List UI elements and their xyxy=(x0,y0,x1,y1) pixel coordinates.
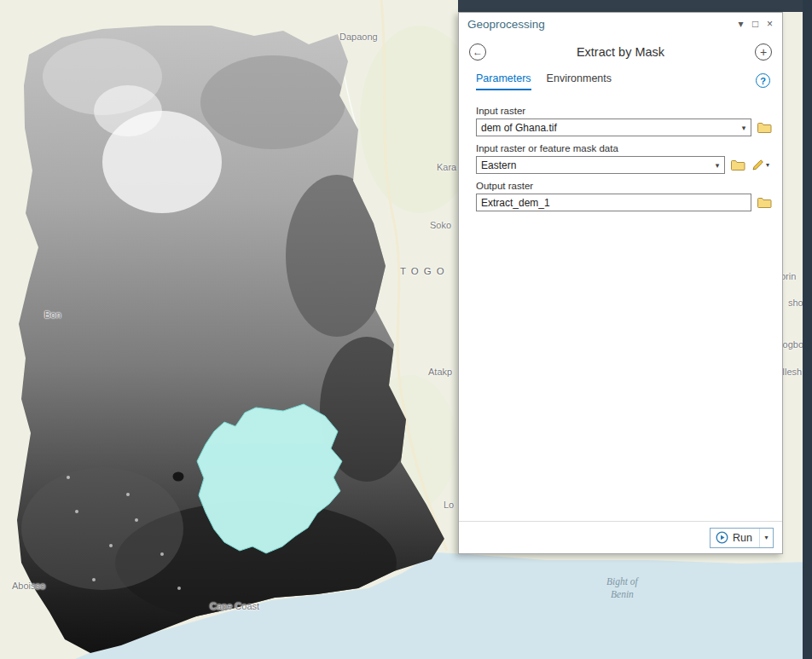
tool-header: ← Extract by Mask + xyxy=(459,35,782,64)
back-icon: ← xyxy=(473,46,483,58)
output-raster-value: Extract_dem_1 xyxy=(477,197,751,209)
map-label-bight-of-benin-1: Bight of xyxy=(606,576,638,587)
pane-menu-icon[interactable]: ▾ xyxy=(734,17,748,32)
pane-close-icon[interactable]: × xyxy=(763,17,777,32)
tab-parameters[interactable]: Parameters xyxy=(476,72,531,90)
add-to-model-button[interactable]: + xyxy=(755,43,772,61)
input-raster-browse-button[interactable] xyxy=(757,122,772,133)
folder-icon xyxy=(731,159,745,171)
folder-icon xyxy=(757,122,772,133)
run-options-button[interactable]: ▾ xyxy=(759,529,773,547)
panel-header: Geoprocessing ▾ □ × xyxy=(459,13,782,35)
output-raster-browse-button[interactable] xyxy=(757,197,772,208)
mask-data-label: Input raster or feature mask data xyxy=(476,143,772,153)
geoprocessing-panel: Geoprocessing ▾ □ × ← Extract by Mask + … xyxy=(458,12,783,554)
map-label-lome: Lo xyxy=(444,500,454,510)
chevron-down-icon[interactable]: ▾ xyxy=(710,161,724,170)
help-icon: ? xyxy=(760,76,766,86)
map-label-kara: Kara xyxy=(437,162,456,172)
small-lake-dot xyxy=(173,472,184,482)
output-raster-label: Output raster xyxy=(476,181,772,191)
parameters-form: Input raster dem of Ghana.tif ▾ Input ra… xyxy=(459,90,782,211)
map-label-dapaong: Dapaong xyxy=(339,32,378,42)
run-button[interactable]: Run xyxy=(710,529,759,547)
folder-icon xyxy=(757,197,772,208)
mask-data-browse-button[interactable] xyxy=(731,159,745,171)
map-label-ilesha: Ilesh xyxy=(782,367,802,377)
plus-icon: + xyxy=(760,45,767,59)
docked-pane-strip-top xyxy=(458,0,803,12)
tool-title: Extract by Mask xyxy=(486,45,755,59)
chevron-down-icon: ▾ xyxy=(764,534,768,541)
map-label-atakpame: Atakp xyxy=(428,367,452,377)
mask-data-combobox[interactable]: Eastern ▾ xyxy=(476,156,725,174)
input-raster-value: dem of Ghana.tif xyxy=(477,122,737,134)
mask-data-value: Eastern xyxy=(477,159,710,171)
chevron-down-icon[interactable]: ▾ xyxy=(766,161,769,169)
map-label-aboisso: Aboisso xyxy=(12,581,45,591)
input-raster-label: Input raster xyxy=(476,106,772,116)
pencil-icon xyxy=(751,159,764,171)
back-button[interactable]: ← xyxy=(469,43,486,61)
map-label-bondoukou: Bon xyxy=(44,309,61,320)
help-button[interactable]: ? xyxy=(756,73,770,88)
panel-footer: Run ▾ xyxy=(459,521,782,553)
panel-title: Geoprocessing xyxy=(467,18,734,31)
map-label-togo: TOGO xyxy=(400,266,450,276)
run-play-icon xyxy=(716,531,728,544)
output-raster-input[interactable]: Extract_dem_1 xyxy=(476,194,751,211)
tab-environments[interactable]: Environments xyxy=(547,72,612,90)
docked-pane-strip-right[interactable] xyxy=(803,0,812,659)
mask-sketch-button[interactable]: ▾ xyxy=(751,159,769,171)
run-button-label: Run xyxy=(733,532,752,544)
map-label-sokode: Soko xyxy=(430,220,451,230)
input-raster-combobox[interactable]: dem of Ghana.tif ▾ xyxy=(476,119,751,136)
map-label-bight-of-benin-2: Benin xyxy=(611,589,634,599)
run-button-group: Run ▾ xyxy=(710,528,774,548)
chevron-down-icon[interactable]: ▾ xyxy=(737,124,751,132)
map-label-cape-coast: Cape Coast xyxy=(210,601,259,611)
tabs-bar: Parameters Environments ? xyxy=(459,64,782,90)
map-label-osho: sho xyxy=(788,298,803,308)
pane-restore-icon[interactable]: □ xyxy=(748,17,763,32)
